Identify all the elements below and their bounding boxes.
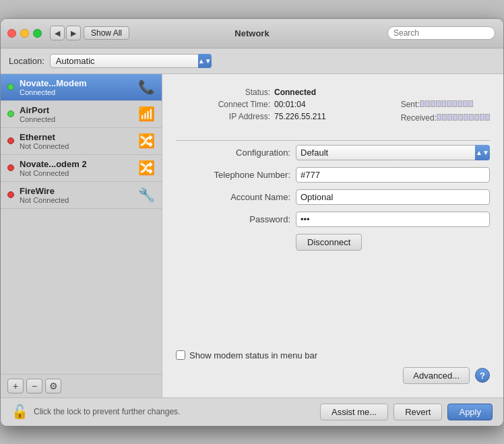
disconnect-row: Disconnect	[176, 234, 490, 251]
sidebar-item-status: Not Connected	[20, 196, 134, 204]
network-window: ◀ ▶ Show All Network Location: Automatic…	[0, 18, 504, 426]
ip-address-label: IP Address:	[176, 112, 270, 121]
telephone-label: Telephone Number:	[176, 170, 290, 180]
connect-time-value: 00:01:04	[274, 100, 306, 109]
form-section: Configuration: Default ▲▼ Telephone Numb…	[176, 145, 490, 350]
status-dot-red	[7, 191, 14, 198]
pixel	[468, 100, 473, 107]
forward-button[interactable]: ▶	[66, 26, 81, 40]
sidebar-list: Novate...Modem Connected 📞 AirPort Conne…	[1, 74, 162, 374]
sidebar-item-status: Connected	[20, 115, 134, 123]
apply-button[interactable]: Apply	[447, 404, 493, 420]
wifi-icon: 📶	[138, 106, 155, 122]
show-modem-row: Show modem status in menu bar	[176, 350, 490, 360]
sidebar-item-firewire[interactable]: FireWire Not Connected 🔧	[1, 182, 162, 209]
status-dot-red	[7, 137, 14, 144]
help-button[interactable]: ?	[475, 368, 490, 383]
account-input[interactable]	[296, 189, 490, 205]
connect-time-block: Connect Time: 00:01:04 IP Address: 75.22…	[176, 100, 401, 125]
sidebar-item-airport[interactable]: AirPort Connected 📶	[1, 101, 162, 128]
show-modem-label: Show modem status in menu bar	[189, 350, 317, 360]
close-button[interactable]	[7, 29, 16, 38]
sent-bar	[420, 100, 473, 107]
traffic-lights	[7, 29, 42, 38]
item-text: AirPort Connected	[20, 105, 134, 123]
pixel	[452, 100, 457, 107]
show-all-button[interactable]: Show All	[84, 26, 129, 40]
modem-icon: 🔀	[138, 160, 155, 176]
detail-panel: Status: Connected Connect Time: 00:01:04…	[162, 74, 503, 398]
bottom-section: Show modem status in menu bar Advanced..…	[176, 350, 490, 384]
window-bottom: 🔓 Click the lock to prevent further chan…	[1, 398, 503, 426]
pixel	[441, 100, 446, 107]
add-network-button[interactable]: +	[7, 379, 24, 393]
window-title: Network	[234, 28, 269, 38]
maximize-button[interactable]	[33, 29, 42, 38]
disconnect-button[interactable]: Disconnect	[296, 234, 362, 251]
sidebar-item-name: FireWire	[20, 186, 134, 196]
status-dot-green	[7, 110, 14, 117]
received-row: Received:	[401, 113, 490, 123]
pixel	[458, 114, 463, 121]
nav-buttons: ◀ ▶	[50, 26, 81, 40]
sidebar-item-status: Connected	[20, 88, 134, 96]
location-select[interactable]: Automatic	[50, 54, 212, 68]
pixel	[431, 100, 435, 107]
configuration-select[interactable]: Default	[296, 145, 490, 160]
account-row: Account Name:	[176, 189, 490, 205]
gear-button[interactable]: ⚙	[45, 379, 61, 393]
pixel	[485, 114, 490, 121]
status-section: Status: Connected Connect Time: 00:01:04…	[176, 88, 490, 125]
sidebar-item-status: Not Connected	[20, 169, 134, 177]
remove-network-button[interactable]: −	[26, 379, 42, 393]
configuration-select-wrapper: Default ▲▼	[296, 145, 490, 160]
password-input[interactable]	[296, 212, 490, 227]
connect-time-row: Connect Time: 00:01:04	[176, 100, 401, 109]
pixel	[469, 114, 474, 121]
bottom-buttons: Advanced... ?	[176, 367, 490, 384]
configuration-label: Configuration:	[176, 148, 290, 158]
item-text: Novate...Modem Connected	[20, 78, 134, 96]
item-text: Novate...odem 2 Not Connected	[20, 159, 134, 177]
pixel	[474, 114, 479, 121]
back-button[interactable]: ◀	[50, 26, 65, 40]
sidebar-item-name: AirPort	[20, 105, 134, 115]
sidebar-item-name: Ethernet	[20, 132, 134, 142]
account-label: Account Name:	[176, 192, 290, 202]
location-bar: Location: Automatic ▲▼	[1, 49, 503, 74]
lock-icon[interactable]: 🔓	[11, 404, 28, 420]
sidebar-item-novate-modem-2[interactable]: Novate...odem 2 Not Connected 🔀	[1, 155, 162, 182]
status-value: Connected	[274, 88, 316, 97]
lock-section: 🔓 Click the lock to prevent further chan…	[11, 404, 180, 420]
pixel	[447, 114, 452, 121]
advanced-button[interactable]: Advanced...	[403, 367, 470, 384]
item-text: FireWire Not Connected	[20, 186, 134, 204]
search-input[interactable]	[387, 26, 495, 40]
minimize-button[interactable]	[20, 29, 29, 38]
connect-info-rows: Connect Time: 00:01:04 IP Address: 75.22…	[176, 100, 490, 125]
lock-text: Click the lock to prevent further change…	[34, 407, 180, 416]
firewire-icon: 🔧	[138, 187, 155, 203]
ethernet-icon: 🔀	[138, 133, 155, 149]
ip-address-row: IP Address: 75.226.55.211	[176, 112, 401, 121]
password-label: Password:	[176, 214, 290, 224]
telephone-input[interactable]	[296, 167, 490, 183]
show-modem-checkbox[interactable]	[176, 350, 185, 360]
sidebar-item-novate-modem[interactable]: Novate...Modem Connected 📞	[1, 74, 162, 101]
assist-me-button[interactable]: Assist me...	[320, 404, 388, 420]
sent-row: Sent:	[401, 100, 490, 109]
sent-recv-block: Sent:	[401, 100, 490, 125]
pixel	[453, 114, 458, 121]
password-row: Password:	[176, 212, 490, 227]
status-label: Status:	[176, 88, 270, 97]
sidebar-item-ethernet[interactable]: Ethernet Not Connected 🔀	[1, 128, 162, 155]
status-row: Status: Connected	[176, 88, 490, 97]
revert-button[interactable]: Revert	[393, 404, 442, 420]
pixel	[436, 100, 441, 107]
location-select-wrapper: Automatic ▲▼	[50, 54, 212, 68]
divider	[176, 140, 490, 141]
pixel	[420, 100, 424, 107]
sidebar-item-name: Novate...odem 2	[20, 159, 134, 169]
main-content: Novate...Modem Connected 📞 AirPort Conne…	[1, 74, 503, 398]
pixel	[464, 114, 468, 121]
